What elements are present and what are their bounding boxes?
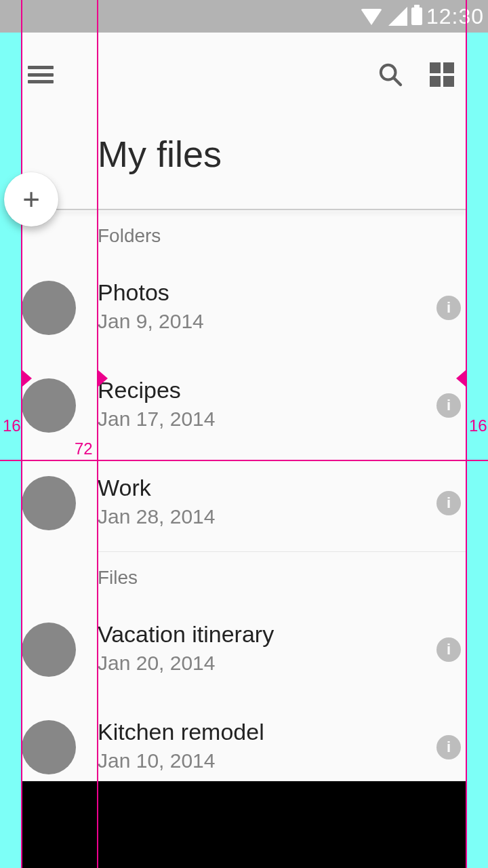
item-date: Jan 10, 2014 [98, 749, 412, 772]
system-navbar [22, 781, 466, 868]
keyline-arrow-icon [456, 370, 466, 387]
search-icon [377, 61, 404, 88]
info-icon[interactable]: i [436, 296, 461, 320]
status-bar: 12:30 [0, 0, 488, 33]
grid-icon [430, 62, 454, 87]
hamburger-icon [28, 66, 54, 83]
keyline-line [97, 0, 98, 868]
search-button[interactable] [371, 56, 409, 94]
keyline-arrow-icon [98, 370, 108, 387]
list-divider [98, 551, 466, 552]
keyline-label: 72 [75, 439, 93, 458]
info-icon[interactable]: i [436, 393, 461, 418]
file-avatar-icon [22, 720, 76, 774]
item-title: Photos [98, 279, 412, 306]
folder-avatar-icon [22, 476, 76, 530]
item-title: Kitchen remodel [98, 719, 412, 745]
keyline-label: 16 [469, 416, 487, 435]
battery-icon [411, 7, 422, 25]
item-date: Jan 28, 2014 [98, 505, 412, 528]
svg-line-1 [394, 78, 401, 85]
folder-avatar-icon [22, 281, 76, 335]
status-time: 12:30 [426, 4, 484, 29]
list-item[interactable]: Work Jan 28, 2014 i [22, 454, 466, 552]
plus-icon: + [22, 182, 40, 216]
wifi-icon [359, 6, 384, 26]
keyline-arrow-icon [22, 370, 32, 387]
list-item[interactable]: Kitchen remodel Jan 10, 2014 i [22, 698, 466, 781]
keyline-line [466, 0, 467, 868]
page-title: My files [98, 133, 466, 175]
section-header-files: Files [22, 552, 466, 601]
view-grid-button[interactable] [423, 56, 461, 94]
app-toolbar [22, 33, 466, 106]
keyline-line [21, 0, 22, 868]
app-surface: My files Folders Photos Jan 9, 2014 i Re… [22, 33, 466, 781]
info-icon[interactable]: i [436, 491, 461, 515]
title-area: My files [22, 106, 466, 209]
fab-add-button[interactable]: + [4, 172, 58, 226]
item-date: Jan 20, 2014 [98, 652, 412, 675]
folder-avatar-icon [22, 378, 76, 433]
list-item[interactable]: Photos Jan 9, 2014 i [22, 259, 466, 357]
keyline-label: 16 [3, 416, 21, 435]
info-icon[interactable]: i [436, 735, 461, 760]
item-date: Jan 17, 2014 [98, 408, 412, 431]
file-avatar-icon [22, 623, 76, 677]
section-header-folders: Folders [22, 210, 466, 259]
item-title: Vacation itinerary [98, 621, 412, 648]
menu-button[interactable] [22, 56, 60, 94]
item-title: Recipes [98, 377, 412, 403]
list-item[interactable]: Vacation itinerary Jan 20, 2014 i [22, 601, 466, 698]
item-title: Work [98, 475, 412, 501]
info-icon[interactable]: i [436, 637, 461, 662]
keyline-line [0, 460, 488, 461]
item-date: Jan 9, 2014 [98, 310, 412, 333]
cell-signal-icon [388, 7, 407, 26]
